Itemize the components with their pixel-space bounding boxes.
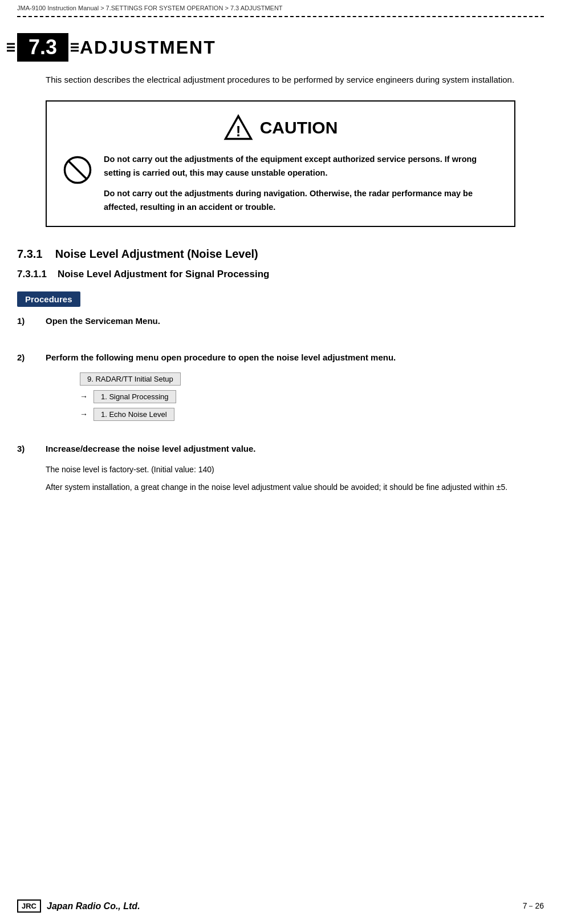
caution-body: Do not carry out the adjustments of the …: [63, 153, 498, 214]
step-2-content: Perform the following menu open procedur…: [46, 351, 544, 427]
svg-text:!: !: [235, 123, 241, 140]
section-title: ADJUSTMENT: [80, 37, 216, 58]
step-3-text: Increase/decrease the noise level adjust…: [46, 443, 544, 456]
caution-header: ! CAUTION: [63, 113, 498, 143]
menu-row-2: → 1. Signal Processing: [80, 390, 544, 403]
jrc-label: JRC: [17, 899, 41, 913]
step-3-subtext-2: After system installation, a great chang…: [46, 481, 544, 493]
steps-container: 1) Open the Serviceman Menu. 2) Perform …: [17, 315, 544, 493]
intro-text: This section describes the electrical ad…: [46, 73, 515, 87]
step-3-subtext-1: The noise level is factory-set. (Initial…: [46, 463, 544, 476]
section-header: 7.3 ADJUSTMENT: [17, 33, 544, 62]
footer-logo: JRC Japan Radio Co., Ltd.: [17, 899, 140, 913]
step-1: 1) Open the Serviceman Menu.: [17, 315, 544, 336]
step-3-number: 3): [17, 443, 46, 453]
menu-row-1: 9. RADAR/TT Initial Setup: [80, 372, 544, 386]
subsection-2-header: 7.3.1.1 Noise Level Adjustment for Signa…: [17, 269, 544, 280]
step-2-number: 2): [17, 351, 46, 362]
page-container: JMA-9100 Instruction Manual > 7.SETTINGS…: [0, 0, 561, 924]
menu-arrow-2: →: [80, 410, 88, 419]
step-2-text: Perform the following menu open procedur…: [46, 351, 544, 364]
subsection-1-header: 7.3.1 Noise Level Adjustment (Noise Leve…: [17, 248, 544, 261]
caution-text: Do not carry out the adjustments of the …: [104, 153, 498, 214]
menu-button-3: 1. Echo Noise Level: [93, 408, 174, 421]
step-3: 3) Increase/decrease the noise level adj…: [17, 443, 544, 493]
step-1-number: 1): [17, 315, 46, 326]
procedures-badge: Procedures: [17, 291, 80, 307]
step-1-text: Open the Serviceman Menu.: [46, 315, 544, 328]
step-3-content: Increase/decrease the noise level adjust…: [46, 443, 544, 493]
menu-button-1: 9. RADAR/TT Initial Setup: [80, 372, 181, 386]
caution-title: CAUTION: [260, 118, 338, 137]
menu-row-3: → 1. Echo Noise Level: [80, 408, 544, 421]
menu-flow: 9. RADAR/TT Initial Setup → 1. Signal Pr…: [80, 372, 544, 421]
breadcrumb: JMA-9100 Instruction Manual > 7.SETTINGS…: [0, 0, 561, 16]
footer-page: 7－26: [523, 901, 544, 911]
page-footer: JRC Japan Radio Co., Ltd. 7－26: [0, 899, 561, 913]
svg-line-3: [68, 161, 86, 179]
step-2: 2) Perform the following menu open proce…: [17, 351, 544, 427]
warning-triangle-icon: !: [223, 113, 253, 143]
caution-box: ! CAUTION Do not carry out the adjustmen…: [46, 100, 515, 227]
dashed-separator: [17, 16, 544, 17]
step-1-content: Open the Serviceman Menu.: [46, 315, 544, 336]
no-symbol-icon: [63, 155, 92, 185]
menu-arrow-1: →: [80, 392, 88, 401]
menu-button-2: 1. Signal Processing: [93, 390, 176, 403]
footer-company: Japan Radio Co., Ltd.: [47, 901, 140, 911]
section-number: 7.3: [17, 33, 68, 62]
